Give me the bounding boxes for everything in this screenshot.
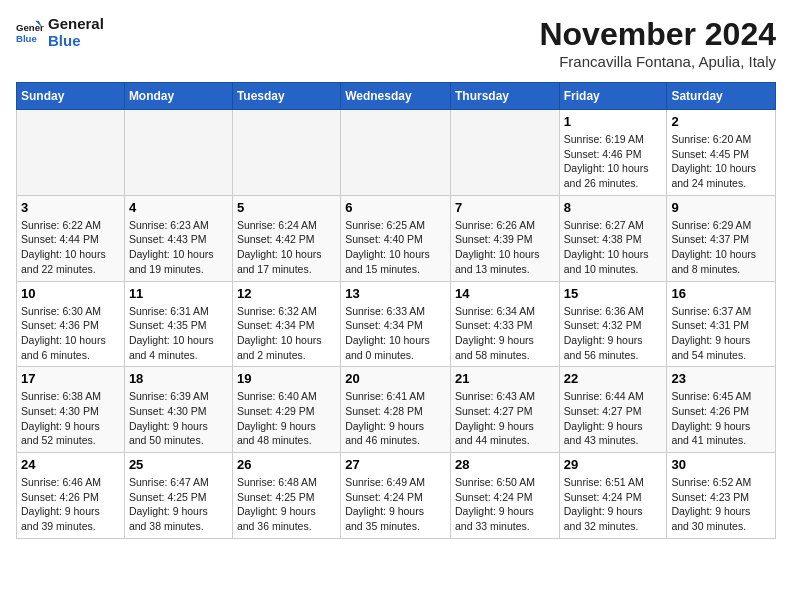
day-number: 1 <box>564 114 663 129</box>
day-number: 3 <box>21 200 120 215</box>
calendar-cell: 13Sunrise: 6:33 AM Sunset: 4:34 PM Dayli… <box>341 281 451 367</box>
calendar-cell: 5Sunrise: 6:24 AM Sunset: 4:42 PM Daylig… <box>232 195 340 281</box>
calendar-cell: 17Sunrise: 6:38 AM Sunset: 4:30 PM Dayli… <box>17 367 125 453</box>
day-number: 12 <box>237 286 336 301</box>
day-info: Sunrise: 6:40 AM Sunset: 4:29 PM Dayligh… <box>237 389 336 448</box>
calendar-cell: 3Sunrise: 6:22 AM Sunset: 4:44 PM Daylig… <box>17 195 125 281</box>
calendar-cell: 16Sunrise: 6:37 AM Sunset: 4:31 PM Dayli… <box>667 281 776 367</box>
day-info: Sunrise: 6:38 AM Sunset: 4:30 PM Dayligh… <box>21 389 120 448</box>
day-info: Sunrise: 6:51 AM Sunset: 4:24 PM Dayligh… <box>564 475 663 534</box>
calendar-cell: 21Sunrise: 6:43 AM Sunset: 4:27 PM Dayli… <box>450 367 559 453</box>
day-info: Sunrise: 6:52 AM Sunset: 4:23 PM Dayligh… <box>671 475 771 534</box>
day-info: Sunrise: 6:30 AM Sunset: 4:36 PM Dayligh… <box>21 304 120 363</box>
calendar-cell: 20Sunrise: 6:41 AM Sunset: 4:28 PM Dayli… <box>341 367 451 453</box>
day-number: 10 <box>21 286 120 301</box>
day-info: Sunrise: 6:39 AM Sunset: 4:30 PM Dayligh… <box>129 389 228 448</box>
day-number: 17 <box>21 371 120 386</box>
day-number: 7 <box>455 200 555 215</box>
day-number: 20 <box>345 371 446 386</box>
day-info: Sunrise: 6:45 AM Sunset: 4:26 PM Dayligh… <box>671 389 771 448</box>
day-info: Sunrise: 6:36 AM Sunset: 4:32 PM Dayligh… <box>564 304 663 363</box>
calendar-cell: 25Sunrise: 6:47 AM Sunset: 4:25 PM Dayli… <box>124 453 232 539</box>
logo-general: General <box>48 16 104 33</box>
day-info: Sunrise: 6:29 AM Sunset: 4:37 PM Dayligh… <box>671 218 771 277</box>
calendar-cell: 2Sunrise: 6:20 AM Sunset: 4:45 PM Daylig… <box>667 110 776 196</box>
weekday-header-thursday: Thursday <box>450 83 559 110</box>
calendar-cell: 1Sunrise: 6:19 AM Sunset: 4:46 PM Daylig… <box>559 110 667 196</box>
day-info: Sunrise: 6:37 AM Sunset: 4:31 PM Dayligh… <box>671 304 771 363</box>
calendar-cell: 8Sunrise: 6:27 AM Sunset: 4:38 PM Daylig… <box>559 195 667 281</box>
calendar-cell: 9Sunrise: 6:29 AM Sunset: 4:37 PM Daylig… <box>667 195 776 281</box>
day-number: 21 <box>455 371 555 386</box>
day-info: Sunrise: 6:31 AM Sunset: 4:35 PM Dayligh… <box>129 304 228 363</box>
calendar-cell: 11Sunrise: 6:31 AM Sunset: 4:35 PM Dayli… <box>124 281 232 367</box>
logo: General Blue General Blue <box>16 16 104 49</box>
day-number: 8 <box>564 200 663 215</box>
calendar-cell: 29Sunrise: 6:51 AM Sunset: 4:24 PM Dayli… <box>559 453 667 539</box>
calendar-cell <box>17 110 125 196</box>
day-info: Sunrise: 6:41 AM Sunset: 4:28 PM Dayligh… <box>345 389 446 448</box>
calendar-cell: 26Sunrise: 6:48 AM Sunset: 4:25 PM Dayli… <box>232 453 340 539</box>
calendar: SundayMondayTuesdayWednesdayThursdayFrid… <box>16 82 776 539</box>
day-number: 22 <box>564 371 663 386</box>
day-number: 29 <box>564 457 663 472</box>
day-info: Sunrise: 6:44 AM Sunset: 4:27 PM Dayligh… <box>564 389 663 448</box>
day-info: Sunrise: 6:49 AM Sunset: 4:24 PM Dayligh… <box>345 475 446 534</box>
calendar-cell: 14Sunrise: 6:34 AM Sunset: 4:33 PM Dayli… <box>450 281 559 367</box>
day-number: 27 <box>345 457 446 472</box>
calendar-cell: 7Sunrise: 6:26 AM Sunset: 4:39 PM Daylig… <box>450 195 559 281</box>
day-number: 13 <box>345 286 446 301</box>
day-number: 23 <box>671 371 771 386</box>
day-number: 25 <box>129 457 228 472</box>
calendar-cell: 30Sunrise: 6:52 AM Sunset: 4:23 PM Dayli… <box>667 453 776 539</box>
day-info: Sunrise: 6:32 AM Sunset: 4:34 PM Dayligh… <box>237 304 336 363</box>
day-info: Sunrise: 6:22 AM Sunset: 4:44 PM Dayligh… <box>21 218 120 277</box>
day-info: Sunrise: 6:20 AM Sunset: 4:45 PM Dayligh… <box>671 132 771 191</box>
day-info: Sunrise: 6:27 AM Sunset: 4:38 PM Dayligh… <box>564 218 663 277</box>
title-area: November 2024 Francavilla Fontana, Apuli… <box>539 16 776 70</box>
logo-icon: General Blue <box>16 19 44 47</box>
day-number: 26 <box>237 457 336 472</box>
calendar-cell: 15Sunrise: 6:36 AM Sunset: 4:32 PM Dayli… <box>559 281 667 367</box>
calendar-cell: 6Sunrise: 6:25 AM Sunset: 4:40 PM Daylig… <box>341 195 451 281</box>
day-info: Sunrise: 6:25 AM Sunset: 4:40 PM Dayligh… <box>345 218 446 277</box>
day-info: Sunrise: 6:43 AM Sunset: 4:27 PM Dayligh… <box>455 389 555 448</box>
calendar-cell <box>124 110 232 196</box>
day-info: Sunrise: 6:50 AM Sunset: 4:24 PM Dayligh… <box>455 475 555 534</box>
calendar-cell: 10Sunrise: 6:30 AM Sunset: 4:36 PM Dayli… <box>17 281 125 367</box>
day-number: 4 <box>129 200 228 215</box>
calendar-week-4: 24Sunrise: 6:46 AM Sunset: 4:26 PM Dayli… <box>17 453 776 539</box>
day-info: Sunrise: 6:26 AM Sunset: 4:39 PM Dayligh… <box>455 218 555 277</box>
weekday-header-sunday: Sunday <box>17 83 125 110</box>
day-number: 28 <box>455 457 555 472</box>
day-number: 14 <box>455 286 555 301</box>
day-number: 30 <box>671 457 771 472</box>
weekday-header: SundayMondayTuesdayWednesdayThursdayFrid… <box>17 83 776 110</box>
calendar-cell: 4Sunrise: 6:23 AM Sunset: 4:43 PM Daylig… <box>124 195 232 281</box>
day-number: 2 <box>671 114 771 129</box>
calendar-cell: 12Sunrise: 6:32 AM Sunset: 4:34 PM Dayli… <box>232 281 340 367</box>
weekday-header-saturday: Saturday <box>667 83 776 110</box>
calendar-week-3: 17Sunrise: 6:38 AM Sunset: 4:30 PM Dayli… <box>17 367 776 453</box>
day-number: 19 <box>237 371 336 386</box>
svg-text:Blue: Blue <box>16 32 37 43</box>
calendar-cell: 24Sunrise: 6:46 AM Sunset: 4:26 PM Dayli… <box>17 453 125 539</box>
calendar-week-1: 3Sunrise: 6:22 AM Sunset: 4:44 PM Daylig… <box>17 195 776 281</box>
day-number: 24 <box>21 457 120 472</box>
header: General Blue General Blue November 2024 … <box>16 16 776 70</box>
day-info: Sunrise: 6:19 AM Sunset: 4:46 PM Dayligh… <box>564 132 663 191</box>
weekday-header-friday: Friday <box>559 83 667 110</box>
location-title: Francavilla Fontana, Apulia, Italy <box>539 53 776 70</box>
weekday-header-wednesday: Wednesday <box>341 83 451 110</box>
day-info: Sunrise: 6:34 AM Sunset: 4:33 PM Dayligh… <box>455 304 555 363</box>
calendar-cell: 18Sunrise: 6:39 AM Sunset: 4:30 PM Dayli… <box>124 367 232 453</box>
day-number: 16 <box>671 286 771 301</box>
day-number: 5 <box>237 200 336 215</box>
day-info: Sunrise: 6:24 AM Sunset: 4:42 PM Dayligh… <box>237 218 336 277</box>
calendar-cell: 27Sunrise: 6:49 AM Sunset: 4:24 PM Dayli… <box>341 453 451 539</box>
day-info: Sunrise: 6:33 AM Sunset: 4:34 PM Dayligh… <box>345 304 446 363</box>
calendar-cell <box>450 110 559 196</box>
weekday-header-tuesday: Tuesday <box>232 83 340 110</box>
calendar-cell <box>341 110 451 196</box>
calendar-cell: 22Sunrise: 6:44 AM Sunset: 4:27 PM Dayli… <box>559 367 667 453</box>
